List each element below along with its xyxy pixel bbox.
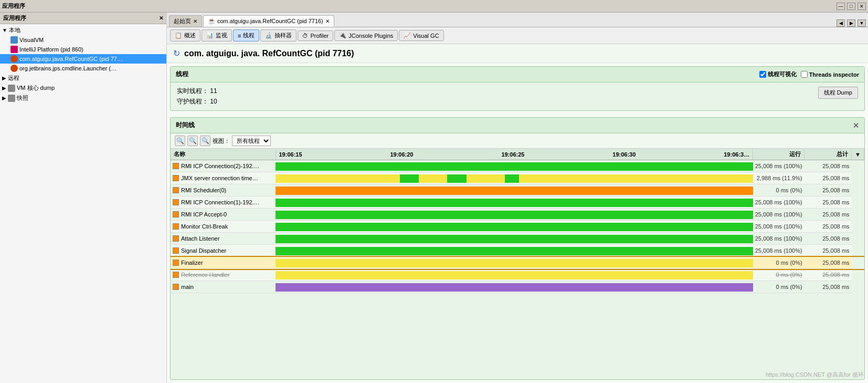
sidebar-remote-label: 远程	[8, 74, 19, 82]
thread-run-cell-2: 0 ms (0%)	[753, 184, 805, 196]
visualize-checkbox[interactable]	[759, 71, 766, 78]
sidebar-section-local[interactable]: ▼ 本地	[0, 25, 166, 35]
sidebar-section-snapshot[interactable]: ▶ 快照	[0, 93, 166, 103]
thread-name-cell-3: RMI ICP Connection(1)-192.…	[171, 196, 276, 209]
timeline-close-btn[interactable]: ✕	[853, 121, 859, 130]
sidebar-item-launcher[interactable]: org.jetbrains.jps.cmdline.Launcher (…	[0, 64, 166, 73]
table-row[interactable]: main0 ms (0%)25,008 ms	[171, 281, 864, 293]
sidebar-item-visualvm[interactable]: VisualVM	[0, 35, 166, 45]
thread-bar-cell-1	[276, 172, 753, 184]
close-btn[interactable]: ✕	[858, 3, 866, 10]
minimize-btn[interactable]: —	[837, 3, 845, 10]
sidebar: 应用程序 ✕ ▼ 本地 VisualVM IntelliJ Platform (…	[0, 13, 167, 383]
table-row[interactable]: Reference Handler0 ms (0%)25,008 ms	[171, 269, 864, 281]
nav-tab-profiler[interactable]: ⏱ Profiler	[298, 30, 333, 41]
thread-name-cell-8: Finalizer	[171, 257, 276, 269]
thread-bar	[276, 271, 753, 280]
nav-tab-jconsole[interactable]: 🔌 JConsole Plugins	[334, 30, 398, 41]
zoom-out-btn[interactable]: 🔍	[200, 136, 210, 146]
sidebar-item-refcountgc[interactable]: com.atguigu.java.RefCountGC (pid 771…	[0, 54, 166, 64]
visualize-checkbox-label[interactable]: 线程可视化	[759, 70, 797, 78]
refresh-icon[interactable]: ↻	[173, 48, 180, 58]
page-title-bar: ↻ com. atguigu. java. RefCountGC (pid 77…	[167, 44, 868, 63]
col-name: 名称	[171, 149, 276, 160]
nav-tab-visualgc[interactable]: 📈 Visual GC	[399, 30, 443, 41]
sidebar-intellij-label: IntelliJ Platform (pid 860)	[19, 46, 83, 53]
tab-scroll-right[interactable]: ▶	[847, 19, 855, 27]
tab-start[interactable]: 起始页 ✕	[169, 15, 202, 27]
table-row[interactable]: Finalizer0 ms (0%)25,008 ms	[171, 257, 864, 269]
sidebar-section-remote[interactable]: ▶ 远程	[0, 73, 166, 83]
thread-name-cell-4: RMI ICP Accept-0	[171, 209, 276, 221]
thread-bar-cell-4	[276, 209, 753, 221]
table-row[interactable]: RMI Scheduler(0)0 ms (0%)25,008 ms	[171, 184, 864, 196]
thread-name-text: Monitor Ctrl-Break	[181, 223, 228, 230]
realtime-value: 11	[210, 87, 217, 95]
thread-bar-cell-10	[276, 281, 753, 293]
thread-run-cell-3: 25,008 ms (100%)	[753, 196, 805, 209]
sampler-icon: 🔬	[265, 32, 272, 39]
table-row[interactable]: JMX server connection time…2,988 ms (11.…	[171, 172, 864, 184]
time-label-3: 19:06:25	[501, 151, 524, 158]
nav-tab-sampler[interactable]: 🔬 抽样器	[260, 29, 297, 42]
table-row[interactable]: RMI ICP Connection(2)-192.…25,008 ms (10…	[171, 160, 864, 172]
thread-stats: 实时线程： 11 守护线程： 10	[177, 87, 217, 106]
sidebar-section-vmdump[interactable]: ▶ VM 核心 dump	[0, 83, 166, 93]
table-row[interactable]: Monitor Ctrl-Break25,008 ms (100%)25,008…	[171, 221, 864, 233]
zoom-reset-btn[interactable]: 🔍	[187, 136, 198, 146]
java-icon-1	[10, 55, 18, 63]
thread-name-text: RMI ICP Accept-0	[181, 211, 227, 218]
sidebar-item-intellij[interactable]: IntelliJ Platform (pid 860)	[0, 45, 166, 54]
zoom-in-btn[interactable]: 🔍	[175, 136, 185, 146]
thread-name-cell-7: Signal Dispatcher	[171, 245, 276, 257]
table-row[interactable]: Attach Listener25,008 ms (100%)25,008 ms	[171, 233, 864, 245]
thread-color-box	[173, 272, 179, 278]
threads-icon: ≡	[238, 33, 241, 39]
table-row[interactable]: Signal Dispatcher25,008 ms (100%)25,008 …	[171, 245, 864, 257]
nav-tab-threads[interactable]: ≡ 线程	[233, 29, 259, 42]
table-row[interactable]: RMI ICP Accept-025,008 ms (100%)25,008 m…	[171, 209, 864, 221]
thread-total-cell-5: 25,008 ms	[805, 221, 852, 233]
tab-scroll-left[interactable]: ◀	[837, 19, 845, 27]
tab-refcountgc[interactable]: ☕ com.atguigu.java.RefCountGC (pid 7716)…	[203, 15, 334, 27]
thread-name-cell-9: Reference Handler	[171, 269, 276, 281]
thread-total-cell-1: 25,008 ms	[805, 172, 852, 184]
thread-name-text: main	[181, 284, 194, 290]
thread-name-text: Attach Listener	[181, 235, 219, 242]
time-label-4: 19:06:30	[612, 151, 636, 158]
thread-name-cell-6: Attach Listener	[171, 233, 276, 245]
time-label-1: 19:06:15	[279, 151, 302, 158]
col-expand[interactable]: ▼	[852, 149, 864, 160]
thread-run-cell-5: 25,008 ms (100%)	[753, 221, 805, 233]
daemon-label: 守护线程：	[177, 98, 208, 105]
tab-menu[interactable]: ▼	[858, 19, 866, 27]
monitor-icon: 📊	[206, 32, 214, 39]
inspector-checkbox[interactable]	[801, 71, 808, 78]
sidebar-visualvm-label: VisualVM	[19, 37, 44, 43]
thread-total-cell-7: 25,008 ms	[805, 245, 852, 257]
nav-tab-monitor[interactable]: 📊 监视	[202, 29, 232, 42]
thread-dump-btn[interactable]: 线程 Dump	[818, 87, 858, 99]
visualgc-icon: 📈	[404, 32, 411, 39]
table-row[interactable]: RMI ICP Connection(1)-192.…25,008 ms (10…	[171, 196, 864, 209]
thread-name-cell-2: RMI Scheduler(0)	[171, 184, 276, 196]
timeline-title: 时间线	[176, 121, 195, 130]
view-select[interactable]: 所有线程	[232, 136, 271, 146]
sidebar-local-label: 本地	[9, 26, 20, 34]
tab-refcountgc-close[interactable]: ✕	[325, 18, 330, 24]
java-tab-icon: ☕	[208, 17, 216, 25]
sidebar-close-btn[interactable]: ✕	[159, 15, 163, 21]
right-panel: 起始页 ✕ ☕ com.atguigu.java.RefCountGC (pid…	[167, 13, 868, 383]
intellij-icon	[10, 46, 18, 53]
thread-bar	[276, 199, 753, 207]
nav-tab-overview[interactable]: 📋 概述	[170, 29, 200, 42]
inspector-checkbox-label[interactable]: Threads inspector	[801, 71, 859, 78]
thread-section: 线程 线程可视化 Threads inspector	[170, 66, 865, 111]
nav-tab-sampler-label: 抽样器	[274, 32, 292, 39]
thread-color-box	[173, 235, 179, 242]
watermark: https://blog.CSDN.NET @高高for 循环	[766, 371, 864, 379]
tab-start-close[interactable]: ✕	[193, 18, 197, 24]
maximize-btn[interactable]: □	[847, 3, 855, 10]
timeline-header: 时间线 ✕	[171, 118, 864, 133]
thread-total-cell-6: 25,008 ms	[805, 233, 852, 245]
